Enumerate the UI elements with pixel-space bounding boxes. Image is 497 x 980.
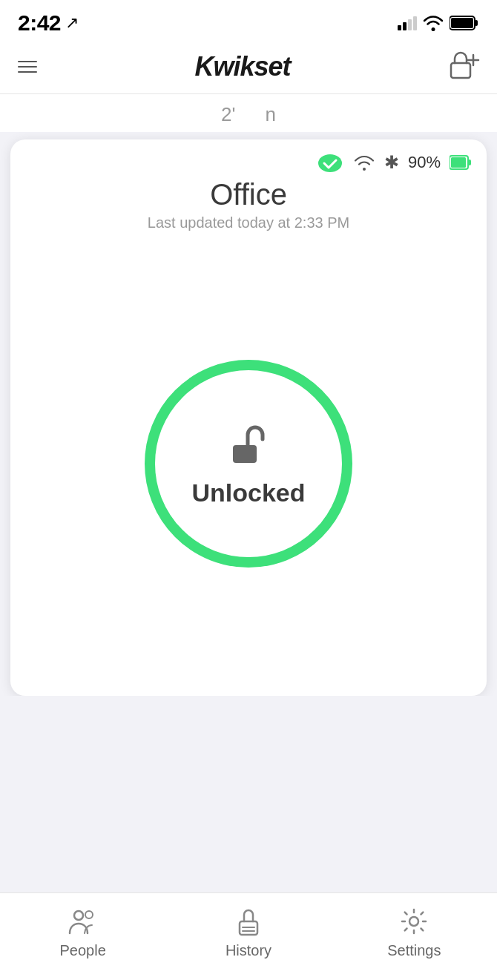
lock-circle-wrap: Unlocked: [10, 231, 487, 681]
battery-percent-label: 90%: [408, 153, 441, 172]
nav-people[interactable]: People: [0, 905, 165, 959]
lock-tab-2[interactable]: n: [265, 103, 275, 129]
svg-point-12: [85, 911, 93, 918]
svg-rect-1: [475, 20, 478, 26]
svg-rect-3: [451, 63, 470, 78]
nav-settings[interactable]: Settings: [332, 905, 497, 959]
nav-settings-label: Settings: [387, 942, 441, 959]
status-time: 2:42: [18, 10, 61, 36]
wifi-icon: [423, 15, 444, 31]
nav-people-label: People: [60, 942, 106, 959]
card-status-row: ✱ 90%: [10, 139, 487, 174]
card-wifi-icon: [353, 154, 375, 171]
content-spacer: [0, 696, 497, 893]
add-lock-icon: [445, 49, 482, 82]
add-lock-button[interactable]: [445, 49, 482, 85]
lock-status-label: Unlocked: [191, 479, 305, 507]
unlock-icon: [223, 419, 274, 471]
lock-selector-tabs: 2' n: [0, 94, 497, 132]
nav-history[interactable]: History: [165, 905, 331, 959]
main-card: ✱ 90% Office Last updated today at 2:33 …: [10, 139, 487, 696]
location-icon: ↗: [65, 13, 79, 33]
svg-rect-2: [451, 18, 473, 28]
nav-history-label: History: [226, 942, 271, 959]
menu-button[interactable]: [15, 58, 40, 76]
device-name: Office: [10, 178, 487, 211]
history-icon: [232, 905, 265, 938]
lock-tab-1[interactable]: 2': [221, 103, 235, 129]
header: Kwikset: [0, 42, 497, 94]
svg-point-6: [318, 154, 342, 172]
svg-rect-10: [233, 445, 257, 463]
bluetooth-icon: ✱: [384, 152, 399, 173]
svg-point-16: [409, 917, 418, 926]
app-logo: Kwikset: [194, 51, 290, 82]
signal-icon: [398, 16, 417, 30]
bottom-nav: People History Settings: [0, 892, 497, 980]
settings-icon: [398, 905, 430, 938]
battery-icon: [450, 15, 479, 31]
people-icon: [67, 905, 99, 938]
svg-point-11: [74, 911, 83, 920]
svg-rect-9: [451, 157, 466, 168]
cloud-check-icon: [316, 151, 344, 174]
svg-rect-8: [468, 160, 471, 165]
lock-toggle-button[interactable]: Unlocked: [145, 360, 352, 568]
last-updated-label: Last updated today at 2:33 PM: [10, 214, 487, 231]
status-bar: 2:42 ↗: [0, 0, 497, 42]
status-icons: [398, 15, 479, 31]
card-battery-icon: [450, 155, 472, 170]
